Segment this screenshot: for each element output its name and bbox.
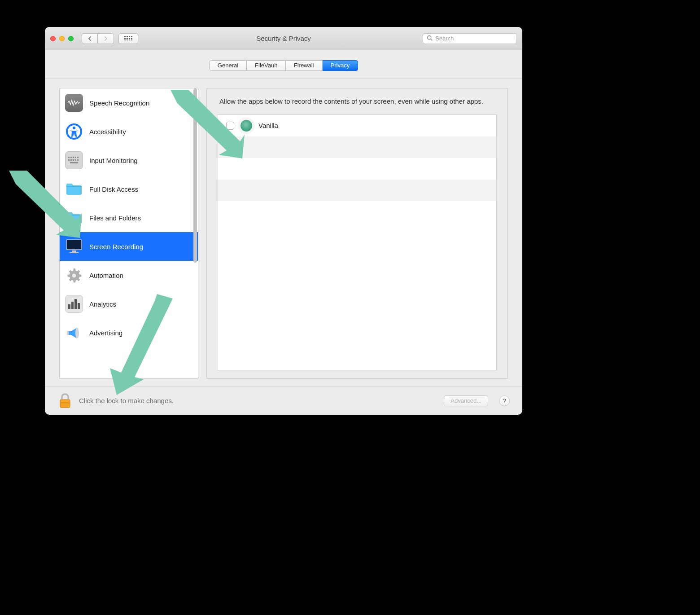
app-row-vanilla[interactable]: Vanilla [218, 115, 496, 136]
tab-privacy[interactable]: Privacy [323, 60, 359, 71]
svg-rect-28 [66, 240, 82, 250]
preferences-window: Security & Privacy General FileVault Fir… [45, 27, 522, 415]
titlebar: Security & Privacy [45, 27, 522, 50]
svg-point-31 [72, 273, 76, 278]
svg-rect-42 [60, 405, 70, 405]
svg-rect-21 [77, 157, 79, 158]
speech-icon [65, 94, 83, 112]
lock-hint-text: Click the lock to make changes. [79, 397, 174, 404]
svg-rect-39 [60, 401, 70, 401]
megaphone-icon [65, 324, 83, 342]
folder-icon [65, 209, 83, 227]
tab-filevault[interactable]: FileVault [247, 60, 286, 71]
sidebar-item-speech-recognition[interactable]: Speech Recognition [60, 88, 198, 117]
svg-rect-29 [72, 250, 76, 252]
sidebar-item-files-and-folders[interactable]: Files and Folders [60, 203, 198, 232]
sidebar-item-label: Automation [89, 272, 123, 279]
sidebar-item-analytics[interactable]: Analytics [60, 290, 198, 318]
svg-rect-8 [124, 40, 126, 41]
sidebar-item-label: Analytics [89, 300, 116, 308]
app-row-empty [218, 158, 496, 180]
svg-line-13 [431, 39, 432, 40]
help-button[interactable]: ? [499, 395, 510, 406]
svg-rect-26 [77, 159, 79, 161]
back-button[interactable] [82, 33, 98, 44]
app-row-empty [218, 180, 496, 201]
detail-pane: Allow the apps below to record the conte… [206, 88, 508, 379]
svg-rect-3 [131, 36, 132, 37]
search-input[interactable] [435, 35, 513, 42]
svg-point-36 [75, 328, 79, 338]
app-name: Vanilla [258, 122, 278, 129]
sidebar-item-advertising[interactable]: Advertising [60, 318, 198, 347]
svg-rect-23 [70, 159, 72, 161]
svg-point-16 [73, 127, 75, 129]
svg-rect-10 [129, 40, 130, 41]
tab-bar: General FileVault Firewall Privacy [45, 50, 522, 79]
app-list: Vanilla [218, 114, 497, 370]
svg-rect-17 [68, 157, 70, 158]
keyboard-icon [65, 151, 83, 169]
svg-rect-35 [78, 303, 80, 309]
svg-rect-33 [71, 302, 74, 309]
svg-rect-2 [129, 36, 130, 37]
sidebar-item-full-disk-access[interactable]: Full Disk Access [60, 175, 198, 203]
svg-rect-27 [70, 162, 78, 163]
svg-rect-18 [70, 157, 72, 158]
svg-rect-20 [75, 157, 76, 158]
svg-rect-40 [60, 402, 70, 403]
sidebar-item-label: Accessibility [89, 128, 126, 136]
search-field[interactable] [423, 33, 517, 44]
folder-icon [65, 180, 83, 198]
svg-rect-11 [131, 40, 132, 41]
sidebar-item-screen-recording[interactable]: Screen Recording [60, 232, 198, 261]
lock-icon[interactable] [57, 393, 73, 409]
svg-rect-34 [74, 299, 77, 309]
svg-rect-9 [127, 40, 128, 41]
app-checkbox-vanilla[interactable] [226, 122, 234, 130]
sidebar-scrollbar[interactable] [193, 88, 197, 263]
zoom-window-button[interactable] [68, 36, 74, 41]
app-icon-vanilla [241, 120, 252, 132]
forward-button[interactable] [98, 33, 114, 44]
svg-rect-25 [75, 159, 76, 161]
svg-rect-5 [127, 38, 128, 40]
sidebar-item-label: Input Monitoring [89, 157, 138, 164]
svg-rect-30 [70, 252, 79, 253]
svg-rect-4 [124, 38, 126, 40]
tab-general[interactable]: General [209, 60, 247, 71]
accessibility-icon [65, 123, 83, 141]
svg-point-12 [428, 35, 431, 39]
svg-rect-0 [124, 36, 126, 37]
sidebar-item-label: Files and Folders [89, 214, 141, 222]
bars-icon [65, 295, 83, 313]
nav-buttons [82, 33, 114, 44]
sidebar-item-input-monitoring[interactable]: Input Monitoring [60, 146, 198, 175]
window-controls [50, 36, 74, 41]
svg-rect-37 [67, 331, 69, 335]
sidebar-item-label: Advertising [89, 329, 122, 337]
privacy-sidebar: Speech Recognition Accessibility Input M… [59, 88, 198, 379]
sidebar-item-label: Full Disk Access [89, 185, 138, 193]
app-row-empty [218, 201, 496, 223]
app-row-empty [218, 136, 496, 158]
svg-rect-41 [60, 404, 70, 404]
svg-rect-19 [73, 157, 74, 158]
search-icon [427, 35, 433, 42]
gear-icon [65, 266, 83, 284]
minimize-window-button[interactable] [59, 36, 65, 41]
sidebar-item-label: Speech Recognition [89, 99, 149, 107]
svg-rect-1 [127, 36, 128, 37]
sidebar-item-label: Screen Recording [89, 243, 143, 250]
svg-rect-22 [68, 159, 70, 161]
svg-rect-6 [129, 38, 130, 40]
sidebar-item-automation[interactable]: Automation [60, 261, 198, 290]
close-window-button[interactable] [50, 36, 56, 41]
show-all-button[interactable] [118, 33, 138, 44]
display-icon [65, 237, 83, 255]
footer: Click the lock to make changes. Advanced… [45, 386, 522, 415]
sidebar-item-accessibility[interactable]: Accessibility [60, 117, 198, 146]
advanced-button[interactable]: Advanced... [444, 395, 488, 406]
tab-firewall[interactable]: Firewall [286, 60, 323, 71]
detail-description: Allow the apps below to record the conte… [218, 97, 497, 106]
